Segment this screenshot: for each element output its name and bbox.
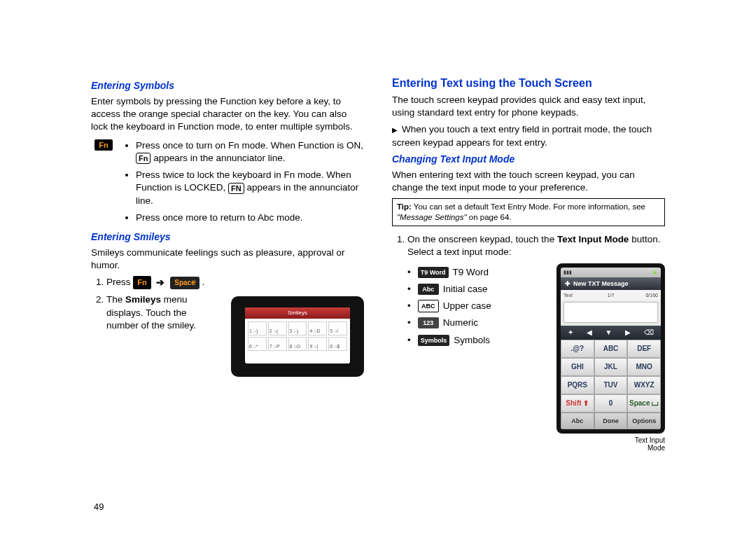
- softkey-options[interactable]: Options: [627, 413, 661, 429]
- numeric-badge-icon: 123: [418, 317, 439, 328]
- fn-key-icon: Fn: [133, 276, 150, 289]
- backspace-icon[interactable]: ⌫: [644, 328, 654, 338]
- mode-symbols: Symbols Symbols: [407, 334, 548, 347]
- abc-upper-badge-icon: ABC: [418, 300, 439, 312]
- mode-t9: T9 Word T9 Word: [407, 266, 548, 279]
- keypad-screenshot: ▮▮▮ 🔋 ✚ New TXT Message Text 1/7: [556, 263, 665, 452]
- fn-bullet-1: Press once to turn on Fn mode. When Func…: [136, 139, 364, 165]
- left-arrow-icon[interactable]: ◀: [587, 328, 592, 338]
- touch-screen-heading: Entering Text using the Touch Screen: [392, 77, 665, 90]
- input-mode-step-1: On the onscreen keypad, touch the Text I…: [407, 233, 665, 452]
- key-4[interactable]: GHI: [561, 358, 594, 376]
- smiley-step-2: The Smileys menu displays. Touch the num…: [106, 293, 364, 377]
- key-5[interactable]: JKL: [594, 358, 628, 376]
- mode-abc: Abc Initial case: [407, 283, 548, 296]
- softkey-abc[interactable]: Abc: [561, 413, 594, 429]
- t9word-badge-icon: T9 Word: [418, 267, 449, 278]
- key-shift[interactable]: Shift ⬆: [561, 394, 594, 413]
- screenshot-title: Smileys: [245, 307, 350, 319]
- fn-indicator-icon: Fn: [136, 153, 150, 164]
- key-0[interactable]: 0: [594, 394, 628, 413]
- fn-instructions: Fn Press once to turn on Fn mode. When F…: [91, 138, 364, 228]
- right-arrow-icon[interactable]: ▶: [625, 328, 631, 338]
- arrow-right-icon: ➔: [156, 277, 164, 288]
- status-bar: ▮▮▮ 🔋: [561, 268, 661, 277]
- signal-icon: ▮▮▮: [564, 269, 572, 275]
- smileys-screenshot: Smileys 1 :-) 2 :-( 3 ;-) 4 :-D 5 :-/ 6 …: [231, 296, 364, 377]
- fn-bullet-3: Press once more to return to Abc mode.: [136, 212, 364, 224]
- key-3[interactable]: DEF: [627, 340, 661, 358]
- mode-numeric: 123 Numeric: [407, 317, 548, 329]
- page-number: 49: [94, 501, 104, 512]
- symbols-badge-icon: Symbols: [418, 335, 450, 346]
- abc-badge-icon: Abc: [418, 284, 439, 295]
- plus-icon: ✚: [565, 279, 570, 288]
- triangle-bullet-icon: ▶: [392, 126, 398, 134]
- key-1[interactable]: .@?: [561, 340, 594, 358]
- message-title: ✚ New TXT Message: [561, 277, 661, 290]
- battery-icon: 🔋: [652, 269, 658, 275]
- mode-upper: ABC Upper case: [407, 300, 548, 312]
- screenshot-caption: Text Input Mode: [556, 436, 665, 452]
- entering-symbols-heading: Entering Symbols: [91, 80, 364, 91]
- key-8[interactable]: TUV: [594, 376, 628, 394]
- key-6[interactable]: MNO: [627, 358, 661, 376]
- fn-lock-indicator-icon: FN: [228, 183, 244, 194]
- space-key-icon: Space: [170, 277, 199, 289]
- entering-smileys-heading: Entering Smileys: [91, 231, 364, 242]
- fn-key-icon: Fn: [94, 139, 112, 151]
- down-arrow-icon[interactable]: ▼: [606, 328, 612, 338]
- symbols-intro: Enter symbols by pressing the Function k…: [91, 95, 364, 134]
- key-9[interactable]: WXYZ: [627, 376, 661, 394]
- right-column: Entering Text using the Touch Screen The…: [392, 77, 665, 456]
- touch-p2: ▶When you touch a text entry field in po…: [392, 123, 665, 148]
- key-space[interactable]: Space ⌴: [627, 394, 661, 413]
- changing-p1: When entering text with the touch screen…: [392, 169, 665, 194]
- fn-bullet-2: Press twice to lock the keyboard in Fn m…: [136, 169, 364, 207]
- softkey-done[interactable]: Done: [594, 413, 628, 429]
- add-icon[interactable]: ✦: [568, 328, 573, 338]
- left-column: Entering Symbols Enter symbols by pressi…: [91, 77, 364, 456]
- changing-input-mode-heading: Changing Text Input Mode: [392, 153, 665, 165]
- key-2[interactable]: ABC: [594, 340, 628, 358]
- touch-p1: The touch screen keypad provides quick a…: [392, 94, 665, 119]
- tip-box: Tip: You can set a default Text Entry Mo…: [392, 198, 665, 226]
- nav-row: ✦ ◀ ▼ ▶ ⌫: [561, 326, 661, 340]
- smileys-intro: Smileys communicate feelings such as ple…: [91, 247, 364, 272]
- manual-page: Entering Symbols Enter symbols by pressi…: [0, 0, 756, 484]
- smiley-grid: 1 :-) 2 :-( 3 ;-) 4 :-D 5 :-/ 6 :-* 7 :-…: [245, 319, 350, 354]
- text-entry-field[interactable]: [564, 302, 658, 323]
- key-7[interactable]: PQRS: [561, 376, 594, 394]
- smiley-step-1: Press Fn ➔ Space .: [106, 276, 364, 289]
